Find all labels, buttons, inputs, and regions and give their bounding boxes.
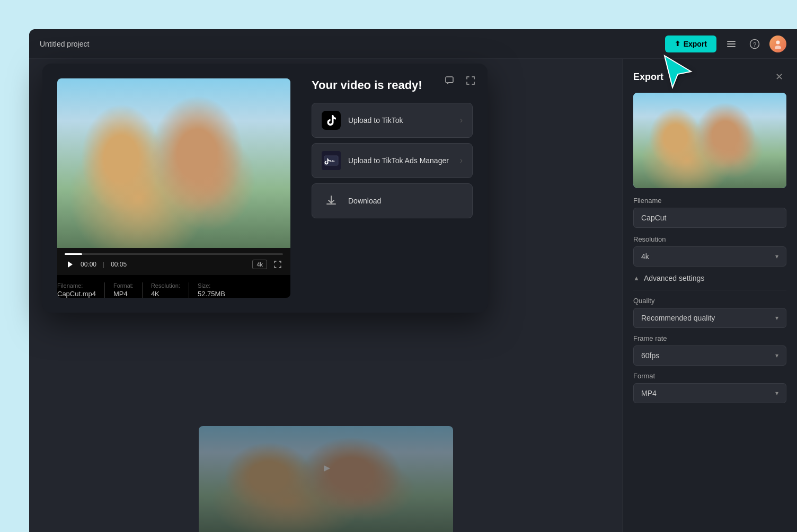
quality-select-value: Recommended quality xyxy=(641,314,715,322)
export-close-button[interactable]: ✕ xyxy=(772,69,786,84)
download-button[interactable]: Download xyxy=(312,183,473,218)
download-icon xyxy=(322,191,341,210)
framerate-chevron: ▾ xyxy=(775,352,778,359)
svg-text:?: ? xyxy=(753,41,756,47)
filename-input-value: CapCut xyxy=(641,214,666,222)
project-title: Untitled project xyxy=(40,40,89,48)
tiktok-icon xyxy=(322,111,341,130)
tiktok-ads-icon: Ads xyxy=(322,151,341,170)
upload-tiktok-ads-label: Upload to TikTok Ads Manager xyxy=(348,156,449,165)
cursor-pointer xyxy=(657,50,699,93)
stack-icon xyxy=(726,39,737,49)
svg-rect-1 xyxy=(727,43,736,45)
svg-text:Ads: Ads xyxy=(330,159,335,163)
meta-size: Size: 52.75MB xyxy=(198,282,234,298)
avatar-icon xyxy=(773,39,783,49)
comment-button[interactable] xyxy=(441,72,458,89)
total-time: 00:05 xyxy=(111,261,127,268)
meta-format: Format: MP4 xyxy=(113,282,143,298)
video-ready-modal: 00:00 | 00:05 4k Filename: CapCut.mp4 xyxy=(42,64,488,313)
framerate-select-value: 60fps xyxy=(641,351,659,360)
quality-chevron: ▾ xyxy=(775,314,778,322)
modal-top-icons xyxy=(441,72,479,89)
tiktok-chevron-right: › xyxy=(460,116,463,125)
meta-resolution: Resolution: 4K xyxy=(151,282,189,298)
quality-badge: 4k xyxy=(252,260,267,269)
tiktok-ads-chevron-right: › xyxy=(460,156,463,165)
help-icon: ? xyxy=(749,39,760,49)
format-select[interactable]: MP4 ▾ xyxy=(633,383,786,403)
controls-row: 00:00 | 00:05 4k xyxy=(65,259,283,270)
upload-tiktok-button[interactable]: Upload to TikTok › xyxy=(312,103,473,138)
upload-tiktok-label: Upload to TikTok xyxy=(348,116,403,125)
preview-photo xyxy=(57,78,290,248)
format-value: MP4 xyxy=(113,290,134,298)
framerate-field-label: Frame rate xyxy=(623,334,797,342)
play-pause-button[interactable] xyxy=(65,259,75,270)
svg-rect-0 xyxy=(727,41,736,42)
resolution-chevron: ▾ xyxy=(775,253,778,260)
filename-input[interactable]: CapCut xyxy=(633,208,786,228)
modal-right: Your video is ready! Upload to TikTok › xyxy=(312,78,473,224)
video-player: 00:00 | 00:05 4k Filename: CapCut.mp4 xyxy=(57,78,290,298)
svg-rect-8 xyxy=(446,77,453,83)
progress-bar[interactable] xyxy=(65,253,283,255)
cursor-svg xyxy=(657,50,699,93)
format-label: Format: xyxy=(113,282,134,289)
canvas-play-icon xyxy=(318,461,333,476)
export-preview-thumbnail xyxy=(633,93,786,188)
player-fullscreen-button[interactable] xyxy=(272,259,283,270)
upload-tiktok-ads-button[interactable]: Ads Upload to TikTok Ads Manager › xyxy=(312,143,473,178)
video-preview xyxy=(57,78,290,248)
player-fullscreen-icon xyxy=(274,261,281,268)
advanced-settings-toggle[interactable]: ▲ Advanced settings xyxy=(623,269,797,288)
tiktok-logo xyxy=(326,115,336,126)
video-controls: 00:00 | 00:05 4k xyxy=(57,248,290,275)
advanced-settings-label: Advanced settings xyxy=(644,274,704,282)
video-meta: Filename: CapCut.mp4 Format: MP4 Resolut… xyxy=(57,282,290,298)
help-icon-btn[interactable]: ? xyxy=(746,36,763,52)
progress-fill xyxy=(65,253,82,255)
download-svg xyxy=(325,194,338,207)
export-panel: Export ✕ Filename CapCut Resolution 4k ▾… xyxy=(622,59,797,532)
quality-select[interactable]: Recommended quality ▾ xyxy=(633,308,786,328)
filename-label: Filename: xyxy=(57,282,96,289)
comment-icon xyxy=(445,76,454,85)
svg-point-5 xyxy=(776,40,780,44)
export-panel-header: Export ✕ xyxy=(623,59,797,93)
canvas-bg-thumbnail xyxy=(199,426,453,532)
quality-field-label: Quality xyxy=(623,297,797,305)
fullscreen-button[interactable] xyxy=(462,72,479,89)
resolution-field-label: Resolution xyxy=(623,235,797,243)
play-icon xyxy=(67,261,73,268)
size-label: Size: xyxy=(198,282,225,289)
export-upload-icon: ⬆ xyxy=(675,40,680,48)
current-time: 00:00 xyxy=(81,261,96,268)
filename-value: CapCut.mp4 xyxy=(57,290,96,298)
format-select-value: MP4 xyxy=(641,389,657,397)
meta-filename: Filename: CapCut.mp4 xyxy=(57,282,105,298)
tiktok-ads-logo: Ads xyxy=(324,155,339,166)
modal-content: 00:00 | 00:05 4k Filename: CapCut.mp4 xyxy=(57,78,473,298)
time-separator: | xyxy=(103,261,104,268)
user-avatar[interactable] xyxy=(769,36,786,52)
separator-1 xyxy=(633,290,786,290)
canvas-play-button[interactable] xyxy=(315,458,336,479)
filename-field-label: Filename xyxy=(623,197,797,205)
advanced-toggle-icon: ▲ xyxy=(633,274,640,282)
format-field-label: Format xyxy=(623,372,797,380)
resolution-label: Resolution: xyxy=(151,282,180,289)
svg-point-6 xyxy=(775,46,781,49)
framerate-select[interactable]: 60fps ▾ xyxy=(633,345,786,366)
stack-icon-btn[interactable] xyxy=(723,36,740,52)
fullscreen-icon xyxy=(466,76,475,85)
export-button[interactable]: ⬆ Export xyxy=(665,36,716,52)
header-actions: ⬆ Export ? xyxy=(665,36,786,52)
resolution-select-value: 4k xyxy=(641,252,649,261)
format-chevron: ▾ xyxy=(775,389,778,397)
resolution-select[interactable]: 4k ▾ xyxy=(633,246,786,267)
canvas-bg-photo xyxy=(199,426,453,532)
download-label: Download xyxy=(348,197,381,205)
export-btn-label: Export xyxy=(684,40,707,48)
svg-rect-2 xyxy=(727,46,736,47)
